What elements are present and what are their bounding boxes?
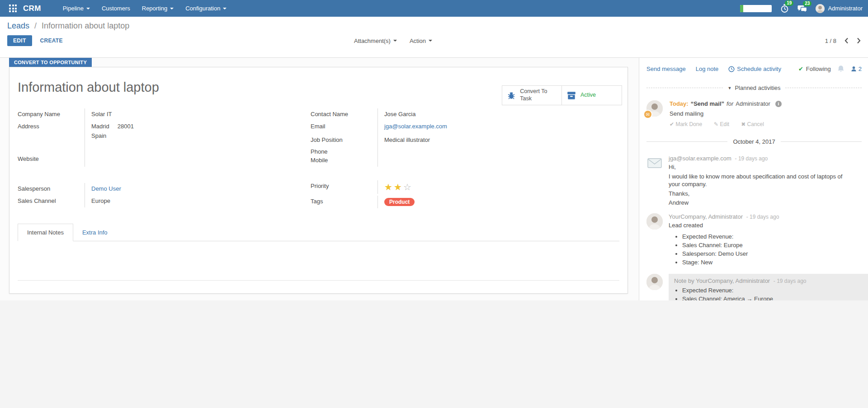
phone-value[interactable] — [377, 147, 527, 156]
activity-note: Send mailing — [670, 110, 782, 117]
priority-star-empty-icon[interactable]: ☆ — [403, 182, 413, 192]
mark-done-button[interactable]: ✔ Mark Done — [670, 121, 702, 127]
email-value[interactable]: jga@solar.example.com — [377, 121, 527, 134]
breadcrumb-separator: / — [34, 21, 37, 30]
field-group-left: Company Name Solar IT Address Madrid2800… — [18, 108, 311, 208]
address-city: Madrid — [91, 123, 109, 130]
info-icon[interactable]: i — [775, 101, 782, 107]
address-country: Spain — [91, 132, 234, 139]
mobile-label: Mobile — [311, 156, 377, 167]
user-menu[interactable]: Administrator — [816, 4, 863, 13]
address-value[interactable]: Madrid28001 Spain — [85, 121, 234, 153]
breadcrumb-leads[interactable]: Leads — [7, 21, 29, 30]
pager-next-icon[interactable] — [857, 38, 861, 44]
sales-channel-value[interactable]: Europe — [85, 195, 234, 207]
active-toggle-button[interactable]: Active — [562, 85, 622, 105]
tab-internal-notes[interactable]: Internal Notes — [18, 224, 73, 241]
contact-name-value[interactable]: Jose Garcia — [377, 108, 527, 121]
tracking-values: Expected Revenue: Sales Channel: Europe … — [682, 233, 862, 266]
archive-icon — [566, 90, 576, 100]
activity-count-badge: 19 — [785, 0, 793, 6]
convert-to-task-label: Convert To Task — [520, 88, 557, 102]
company-name-value[interactable]: Solar IT — [85, 108, 234, 121]
email-label: Email — [311, 121, 377, 134]
edit-activity-button[interactable]: ✎ Edit — [714, 121, 729, 127]
company-name-label: Company Name — [18, 108, 85, 121]
activities-menu[interactable]: 19 — [780, 4, 789, 13]
priority-star-filled-icon[interactable]: ★ — [384, 182, 394, 192]
app-brand[interactable]: CRM — [23, 4, 41, 13]
field-phone: Phone — [311, 147, 619, 156]
pager-value: 1 / 8 — [825, 38, 836, 44]
priority-label: Priority — [311, 180, 377, 194]
clock-icon — [728, 66, 735, 72]
menu-customers[interactable]: Customers — [102, 5, 130, 12]
pager-previous-icon[interactable] — [844, 38, 849, 44]
edit-button[interactable]: EDIT — [7, 35, 32, 46]
field-priority: Priority ★★☆ — [311, 180, 619, 194]
activity-summary: “Send mail” — [691, 100, 724, 107]
followers-count: 2 — [859, 66, 862, 72]
convert-to-opportunity-button[interactable]: CONVERT TO OPPORTUNITY — [9, 58, 92, 67]
contact-name-label: Contact Name — [311, 108, 377, 121]
message-author[interactable]: YourCompany, Administrator — [669, 213, 743, 220]
cancel-activity-button[interactable]: ✖ Cancel — [741, 121, 764, 127]
messages-menu[interactable]: 23 — [797, 4, 807, 13]
message-author[interactable]: Note by YourCompany, Administrator — [674, 277, 770, 284]
tags-value: Product — [377, 196, 527, 208]
attachments-dropdown[interactable]: Attachment(s) — [354, 38, 397, 44]
field-address: Address Madrid28001 Spain — [18, 121, 311, 153]
person-icon — [851, 66, 857, 72]
internal-notes-content[interactable] — [18, 241, 619, 280]
apps-menu-icon[interactable] — [9, 5, 17, 12]
priority-value: ★★☆ — [377, 180, 527, 194]
field-email: Email jga@solar.example.com — [311, 121, 619, 134]
field-salesperson: Salesperson Demo User — [18, 183, 311, 195]
followers-button[interactable]: 2 — [851, 66, 862, 72]
tag-product[interactable]: Product — [384, 198, 415, 206]
message-text: I would like to know more about specific… — [669, 173, 853, 188]
avatar — [646, 274, 663, 290]
field-company-name: Company Name Solar IT — [18, 108, 311, 121]
message-author[interactable]: jga@solar.example.com — [669, 155, 731, 162]
date-separator-label: October 4, 2017 — [733, 138, 775, 145]
create-button[interactable]: CREATE — [40, 38, 63, 44]
chevron-down-icon — [170, 8, 174, 9]
tracking-item: Expected Revenue: — [682, 287, 863, 294]
goal-progress-bar[interactable] — [740, 5, 772, 12]
message-lead-created: YourCompany, Administrator - 19 days ago… — [646, 213, 868, 268]
send-message-button[interactable]: Send message — [646, 66, 686, 72]
bell-icon[interactable] — [837, 65, 844, 73]
planned-activities-toggle[interactable]: ▼ Planned activities — [727, 84, 780, 91]
convert-to-task-button[interactable]: Convert To Task — [502, 85, 562, 105]
menu-reporting[interactable]: Reporting — [142, 5, 174, 12]
phone-label: Phone — [311, 147, 377, 156]
message-text: Andrew — [669, 199, 853, 207]
salesperson-label: Salesperson — [18, 183, 85, 195]
schedule-activity-button[interactable]: Schedule activity — [728, 66, 781, 72]
job-position-value[interactable]: Medical illustrator — [377, 134, 527, 147]
action-dropdown[interactable]: Action — [410, 38, 432, 44]
following-toggle[interactable]: ✔ Following — [798, 66, 831, 72]
log-note-button[interactable]: Log note — [696, 66, 719, 72]
menu-pipeline[interactable]: Pipeline — [63, 5, 90, 12]
activity-assignee: Administrator — [736, 100, 770, 107]
message-text: Hi, — [669, 163, 853, 171]
field-tags: Tags Product — [311, 196, 619, 208]
menu-configuration[interactable]: Configuration — [185, 5, 226, 12]
top-nav-bar: CRM Pipeline Customers Reporting Configu… — [0, 0, 868, 17]
salesperson-value[interactable]: Demo User — [85, 183, 234, 195]
activity-due: Today: — [670, 100, 689, 107]
chatter-toolbar: Send message Log note Schedule activity … — [646, 65, 868, 73]
breadcrumb: Leads / Information about laptop — [7, 21, 861, 31]
message-email: jga@solar.example.com - 19 days ago Hi, … — [646, 155, 868, 207]
tab-extra-info[interactable]: Extra Info — [73, 224, 117, 241]
website-value[interactable] — [85, 153, 234, 167]
breadcrumb-current: Information about laptop — [42, 21, 129, 30]
priority-star-filled-icon[interactable]: ★ — [394, 182, 403, 192]
tags-label: Tags — [311, 196, 377, 208]
mobile-value[interactable] — [377, 156, 527, 167]
check-icon: ✔ — [798, 66, 803, 72]
chevron-down-icon — [223, 8, 226, 9]
date-separator: October 4, 2017 — [646, 138, 868, 145]
